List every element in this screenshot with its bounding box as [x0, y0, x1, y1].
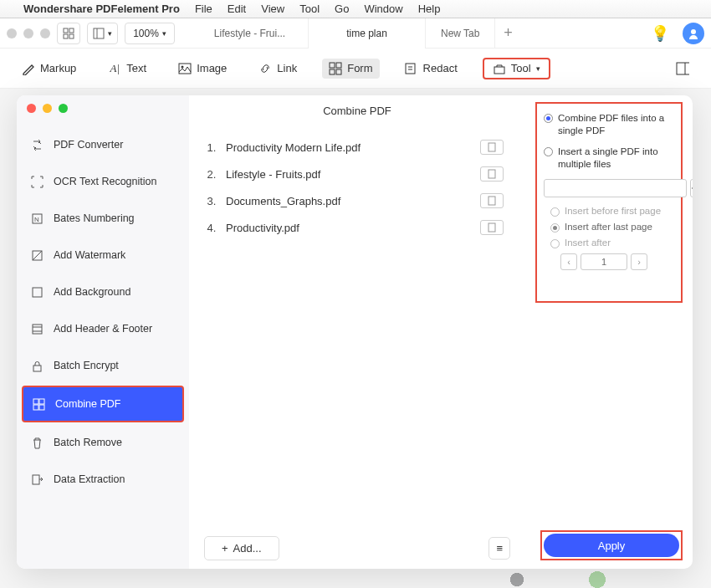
browse-button[interactable]: ⋯: [690, 179, 693, 197]
menubar: Wondershare PDFelement Pro File Edit Vie…: [0, 0, 711, 18]
sidebar-label: OCR Text Recognition: [54, 176, 156, 187]
svg-rect-0: [64, 28, 68, 33]
menu-view[interactable]: View: [261, 3, 284, 15]
stepper-next-button[interactable]: ›: [631, 253, 647, 270]
apply-button[interactable]: Apply: [544, 534, 679, 557]
sidebar-watermark[interactable]: Add Watermark: [17, 237, 189, 274]
markup-icon: [22, 62, 35, 75]
sidebar-background[interactable]: Add Background: [17, 274, 189, 310]
file-index: 1.: [197, 141, 226, 154]
minimize-dot-icon[interactable]: [23, 28, 33, 38]
insert-path-input[interactable]: [544, 179, 687, 197]
text-button[interactable]: A|Text: [101, 59, 153, 79]
sidebar-pdf-converter[interactable]: PDF Converter: [17, 126, 189, 163]
menu-edit[interactable]: Edit: [228, 3, 246, 15]
sidebar-batch-remove[interactable]: Batch Remove: [17, 424, 189, 461]
thumbnails-toggle-button[interactable]: [57, 23, 80, 44]
close-dot-icon[interactable]: [7, 28, 17, 38]
menu-file[interactable]: File: [195, 3, 212, 15]
extract-icon: [30, 473, 43, 486]
svg-rect-17: [677, 63, 689, 74]
file-row[interactable]: 3.Documents_Graphs.pdf: [197, 187, 517, 214]
tab-lifestyle[interactable]: Lifestyle - Frui...: [192, 18, 309, 49]
form-button[interactable]: Form: [322, 59, 379, 79]
svg-line-22: [33, 251, 42, 260]
radio-insert-before[interactable]: Insert before first page: [550, 206, 674, 217]
sidebar-data-extraction[interactable]: Data Extraction: [17, 461, 189, 498]
radio-combine[interactable]: Combine PDF files into a single PDF: [544, 112, 674, 137]
combine-pdf-sheet: PDF Converter OCR Text Recognition NBate…: [17, 95, 693, 569]
file-row[interactable]: 2.Lifestyle - Fruits.pdf: [197, 161, 517, 187]
sidebar-header-footer[interactable]: Add Header & Footer: [17, 310, 189, 347]
add-file-button[interactable]: +Add...: [204, 536, 279, 560]
markup-label: Markup: [40, 62, 76, 74]
file-row[interactable]: 4.Productivity.pdf: [197, 214, 517, 241]
svg-rect-27: [33, 366, 41, 371]
tab-new[interactable]: New Tab: [426, 18, 495, 49]
sheet-options: Combine PDF files into a single PDF Inse…: [525, 95, 693, 569]
sidebar-label: Add Background: [54, 286, 130, 298]
main-window: ▾ 100%▾ Lifestyle - Frui... time plan Ne…: [0, 18, 711, 89]
page-range-button[interactable]: [480, 193, 504, 208]
zoom-select[interactable]: 100%▾: [125, 23, 175, 44]
menu-tool[interactable]: Tool: [299, 3, 320, 15]
sidebar-combine-pdf[interactable]: Combine PDF: [22, 386, 184, 422]
app-name: Wondershare PDFelement Pro: [23, 3, 180, 15]
sidebar-ocr[interactable]: OCR Text Recognition: [17, 163, 189, 200]
maximize-icon[interactable]: [59, 104, 68, 113]
file-name: Productivity.pdf: [226, 222, 480, 234]
radio-insert[interactable]: Insert a single PDF into multiple files: [544, 146, 674, 171]
file-row[interactable]: 1.Productivity Modern Life.pdf: [197, 134, 517, 161]
radio-icon: [544, 147, 553, 156]
numbering-icon: N: [30, 212, 43, 225]
panel-toggle-button[interactable]: ▾: [87, 23, 118, 44]
list-options-button[interactable]: ≡: [488, 537, 510, 560]
redact-label: Redact: [423, 62, 458, 74]
link-button[interactable]: Link: [252, 59, 304, 79]
radio-icon: [544, 114, 553, 123]
page-input[interactable]: [581, 253, 627, 270]
ribbon: Markup A|Text Image Link Form Redact Too…: [0, 49, 711, 89]
close-icon[interactable]: [27, 104, 36, 113]
markup-button[interactable]: Markup: [15, 59, 83, 79]
sidebar-bates[interactable]: NBates Numbering: [17, 200, 189, 237]
page-range-button[interactable]: [480, 140, 504, 155]
header-footer-icon: [30, 322, 43, 335]
radio-insert-after-last[interactable]: Insert after last page: [550, 222, 674, 233]
tool-button[interactable]: Tool▾: [483, 58, 550, 79]
text-label: Text: [126, 62, 146, 74]
background-icon: [30, 285, 43, 299]
radio-label: Insert a single PDF into multiple files: [558, 146, 674, 171]
link-icon: [258, 62, 272, 75]
svg-rect-3: [69, 34, 74, 38]
tips-icon[interactable]: 💡: [651, 24, 669, 43]
watermark-icon: [30, 248, 43, 262]
reader-button[interactable]: [669, 59, 696, 79]
menu-go[interactable]: Go: [335, 3, 349, 15]
tab-time-plan[interactable]: time plan: [309, 18, 426, 49]
svg-rect-30: [33, 405, 38, 410]
minimize-icon[interactable]: [43, 104, 52, 113]
radio-insert-after-page[interactable]: Insert after: [550, 238, 674, 248]
svg-rect-34: [488, 170, 495, 178]
image-button[interactable]: Image: [171, 59, 233, 79]
sheet-window-controls: [17, 100, 189, 126]
options-panel: Combine PDF files into a single PDF Inse…: [535, 102, 683, 303]
user-avatar[interactable]: [683, 23, 704, 44]
redact-button[interactable]: Redact: [398, 59, 464, 79]
sidebar-encrypt[interactable]: Batch Encrypt: [17, 347, 189, 384]
form-icon: [329, 62, 342, 75]
new-tab-button[interactable]: +: [495, 24, 520, 42]
maximize-dot-icon[interactable]: [40, 28, 50, 38]
page-range-button[interactable]: [480, 220, 504, 235]
tab-strip: Lifestyle - Frui... time plan New Tab +: [192, 18, 644, 49]
svg-rect-29: [39, 399, 44, 404]
menu-window[interactable]: Window: [364, 3, 402, 15]
stepper-prev-button[interactable]: ‹: [560, 253, 577, 270]
convert-icon: [30, 138, 43, 151]
redact-icon: [405, 62, 418, 75]
menu-help[interactable]: Help: [418, 3, 441, 15]
lock-icon: [30, 359, 43, 372]
sheet-content: Combine PDF 1.Productivity Modern Life.p…: [189, 95, 525, 569]
page-range-button[interactable]: [480, 166, 504, 182]
